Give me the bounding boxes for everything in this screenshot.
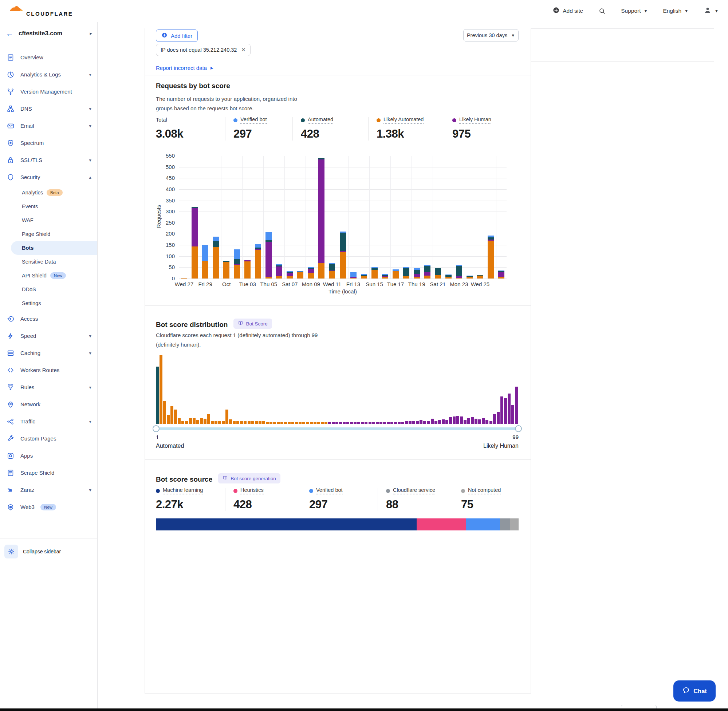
score-bar-77	[434, 421, 437, 425]
back-arrow-icon[interactable]: ←	[6, 29, 13, 38]
stacked-bar-30[interactable]	[498, 270, 504, 279]
stacked-bar-16[interactable]	[350, 272, 357, 279]
segment-likely-automated	[456, 278, 462, 279]
cloudflare-logo[interactable]: CLOUDFLARE	[5, 6, 73, 17]
sidebar-item-ssl-tls[interactable]: SSL/TLS▼	[0, 152, 97, 168]
sidebar-item-traffic[interactable]: Traffic▼	[0, 413, 97, 430]
stacked-bar-28[interactable]	[477, 275, 483, 279]
sidebar-item-zaraz[interactable]: Zaraz▼	[0, 481, 97, 499]
sidebar-item-dns[interactable]: DNS▼	[0, 100, 97, 117]
stacked-bar-3[interactable]	[213, 237, 219, 279]
report-incorrect-data-link[interactable]: Report incorrect data ▶	[156, 65, 213, 71]
sidebar-item-page-shield[interactable]: Page Shield	[0, 227, 97, 241]
sidebar-item-rules[interactable]: Rules▼	[0, 379, 97, 396]
stacked-bar-4[interactable]	[223, 261, 229, 279]
sidebar-item-settings[interactable]: Settings	[0, 296, 97, 310]
stacked-bar-22[interactable]	[414, 268, 420, 279]
score-bar-74	[423, 421, 426, 425]
stacked-bar-15[interactable]	[340, 232, 346, 279]
sidebar-item-scrape-shield[interactable]: Scrape Shield	[0, 464, 97, 481]
stacked-bar-11[interactable]	[297, 271, 303, 279]
stacked-bar-8[interactable]	[266, 232, 272, 279]
stacked-bar-18[interactable]	[371, 267, 378, 279]
sidebar-item-label: Page Shield	[22, 231, 50, 237]
stacked-bar-0[interactable]	[181, 278, 187, 279]
chevron-right-icon[interactable]: ▸	[90, 31, 92, 36]
stacked-bar-21[interactable]	[403, 267, 409, 279]
stacked-bar-17[interactable]	[361, 274, 367, 279]
stacked-bar-29[interactable]	[488, 236, 494, 279]
book-icon	[238, 320, 243, 327]
slider-handle-min[interactable]	[153, 425, 159, 432]
distribution-histogram	[156, 354, 518, 424]
sidebar-item-security[interactable]: Security▲	[0, 168, 97, 186]
slider-handle-max[interactable]	[515, 425, 522, 432]
bot-score-badge[interactable]: Bot Score	[233, 319, 272, 329]
stacked-bar-12[interactable]	[308, 267, 314, 279]
stacked-bar-13[interactable]	[318, 158, 325, 279]
stacked-bar-23[interactable]	[424, 265, 430, 279]
stacked-bar-26[interactable]	[456, 265, 462, 279]
support-menu[interactable]: Support ▼	[621, 7, 648, 14]
sidebar-item-version-management[interactable]: Version Management	[0, 83, 97, 100]
stacked-bar-2[interactable]	[202, 245, 208, 279]
bot-score-generation-badge[interactable]: Bot score generation	[218, 473, 281, 484]
collapse-sidebar-button[interactable]: Collapse sidebar	[23, 549, 61, 555]
stacked-bar-25[interactable]	[445, 274, 452, 279]
stat-verified-bot: Verified bot297	[301, 488, 378, 511]
sidebar-item-access[interactable]: Access	[0, 310, 97, 327]
stacked-bar-27[interactable]	[467, 276, 473, 279]
sidebar-item-speed[interactable]: Speed▼	[0, 327, 97, 344]
add-filter-button[interactable]: Add filter	[156, 30, 198, 42]
sidebar-item-sensitive-data[interactable]: Sensitive Data	[0, 255, 97, 268]
doc-icon	[7, 53, 15, 62]
sidebar-item-overview[interactable]: Overview	[0, 49, 97, 66]
sidebar-item-analytics[interactable]: AnalyticsBeta	[0, 186, 97, 199]
close-icon[interactable]: ✕	[241, 47, 246, 53]
filter-chip[interactable]: IP does not equal 35.212.240.32 ✕	[156, 44, 251, 56]
segment-likely-automated	[340, 252, 346, 279]
sidebar-item-analytics-logs[interactable]: Analytics & Logs▼	[0, 66, 97, 83]
account-menu[interactable]: ▼	[704, 6, 719, 16]
add-site-button[interactable]: Add site	[552, 7, 583, 15]
stat-value: 1.38k	[377, 127, 441, 140]
search-icon[interactable]	[598, 7, 605, 15]
sidebar-item-workers-routes[interactable]: Workers Routes	[0, 361, 97, 379]
sidebar-item-email[interactable]: Email▼	[0, 117, 97, 134]
stacked-bar-24[interactable]	[435, 268, 441, 279]
stat-value: 88	[386, 498, 450, 511]
sidebar-item-bots[interactable]: Bots	[11, 241, 97, 255]
segment-likely-automated	[244, 261, 251, 279]
stacked-bar-1[interactable]	[192, 207, 198, 279]
date-range-select[interactable]: Previous 30 days ▼	[463, 29, 518, 41]
language-menu[interactable]: English ▼	[663, 7, 688, 14]
score-bar-21	[229, 419, 232, 424]
stacked-bar-19[interactable]	[382, 274, 388, 279]
sidebar-item-waf[interactable]: WAF	[0, 213, 97, 227]
sidebar-item-caching[interactable]: Caching▼	[0, 344, 97, 361]
score-bar-34	[277, 422, 280, 424]
sidebar-item-label: Workers Routes	[21, 367, 59, 373]
sidebar-item-api-shield[interactable]: API ShieldNew	[0, 268, 97, 283]
sidebar-item-label: DNS	[21, 106, 32, 112]
stacked-bar-20[interactable]	[393, 269, 399, 279]
stat-label: Likely Automated	[384, 117, 424, 124]
score-range-slider[interactable]	[156, 428, 518, 430]
sidebar-item-spectrum[interactable]: Spectrum	[0, 134, 97, 152]
stacked-bar-9[interactable]	[276, 264, 282, 279]
settings-gear-button[interactable]	[4, 544, 18, 559]
sidebar-item-label: Apps	[21, 453, 33, 459]
sidebar-item-network[interactable]: Network	[0, 396, 97, 413]
stacked-bar-14[interactable]	[329, 263, 335, 279]
stacked-bar-10[interactable]	[286, 271, 293, 279]
sidebar-item-apps[interactable]: Apps	[0, 447, 97, 464]
sidebar-item-label: Bots	[22, 245, 34, 251]
stacked-bar-6[interactable]	[244, 260, 251, 279]
sidebar-item-events[interactable]: Events	[0, 199, 97, 213]
sidebar-item-web3[interactable]: Web3New	[0, 499, 97, 515]
stacked-bar-7[interactable]	[255, 244, 261, 279]
sidebar-item-custom-pages[interactable]: Custom Pages	[0, 430, 97, 447]
chat-button[interactable]: Chat	[673, 680, 716, 702]
stacked-bar-5[interactable]	[234, 249, 240, 279]
sidebar-item-ddos[interactable]: DDoS	[0, 283, 97, 296]
